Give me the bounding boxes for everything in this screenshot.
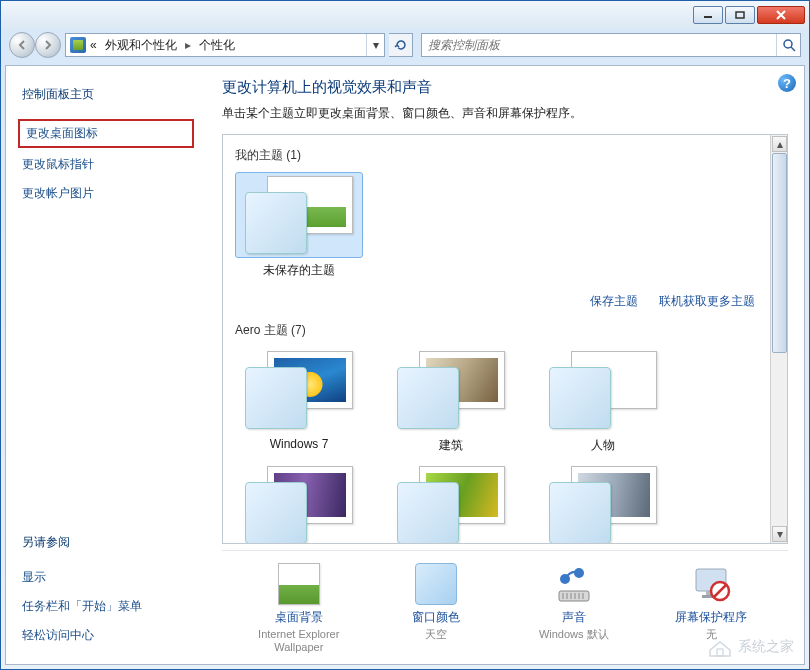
my-themes-label: 我的主题 (1): [235, 147, 763, 164]
theme-caption: 未保存的主题: [235, 262, 363, 279]
option-screensaver[interactable]: 屏幕保护程序 无: [646, 563, 776, 654]
main-content: ? 更改计算机上的视觉效果和声音 单击某个主题立即更改桌面背景、窗口颜色、声音和…: [206, 66, 804, 664]
search-box[interactable]: [421, 33, 801, 57]
minimize-button[interactable]: [693, 6, 723, 24]
theme-item-partial-2[interactable]: [387, 462, 515, 543]
sidebar-link-mouse-pointer[interactable]: 更改鼠标指针: [18, 150, 194, 179]
bottom-options-row: 桌面背景 Internet Explorer Wallpaper 窗口颜色 天空…: [222, 550, 788, 658]
option-label: 屏幕保护程序: [646, 609, 776, 626]
close-button[interactable]: [757, 6, 805, 24]
theme-item-partial-3[interactable]: [539, 462, 667, 543]
theme-caption: 人物: [539, 437, 667, 454]
option-sub: Internet Explorer Wallpaper: [234, 628, 364, 654]
breadcrumb-1[interactable]: 外观和个性化: [105, 37, 177, 54]
page-title: 更改计算机上的视觉效果和声音: [222, 78, 788, 97]
window-frame: « 外观和个性化 ▸ 个性化 ▾ 控制面板主页 更改桌面图标 更改鼠标指针 更改…: [0, 0, 810, 670]
save-theme-link[interactable]: 保存主题: [590, 294, 638, 308]
search-input[interactable]: [422, 38, 776, 52]
theme-caption: 建筑: [387, 437, 515, 454]
option-desktop-background[interactable]: 桌面背景 Internet Explorer Wallpaper: [234, 563, 364, 654]
client-area: 控制面板主页 更改桌面图标 更改鼠标指针 更改帐户图片 另请参阅 显示 任务栏和…: [5, 65, 805, 665]
sidebar-link-desktop-icons[interactable]: 更改桌面图标: [18, 119, 194, 148]
scroll-down-icon[interactable]: ▾: [772, 526, 787, 542]
titlebar: [1, 1, 809, 29]
aero-themes-label: Aero 主题 (7): [235, 322, 763, 339]
back-button[interactable]: [9, 32, 35, 58]
option-sub: 无: [646, 628, 776, 641]
svg-line-3: [791, 47, 795, 51]
forward-button[interactable]: [35, 32, 61, 58]
screensaver-icon: [690, 563, 732, 605]
theme-item-unsaved[interactable]: 未保存的主题: [235, 172, 363, 279]
scroll-thumb[interactable]: [772, 153, 787, 353]
help-icon[interactable]: ?: [778, 74, 796, 92]
sidebar-link-account-picture[interactable]: 更改帐户图片: [18, 179, 194, 208]
sounds-icon: [553, 563, 595, 605]
theme-item-architecture[interactable]: 建筑: [387, 347, 515, 454]
sidebar: 控制面板主页 更改桌面图标 更改鼠标指针 更改帐户图片 另请参阅 显示 任务栏和…: [6, 66, 206, 664]
address-dropdown-icon[interactable]: ▾: [366, 34, 384, 56]
option-label: 桌面背景: [234, 609, 364, 626]
refresh-button[interactable]: [389, 33, 413, 57]
sidebar-link-ease-of-access[interactable]: 轻松访问中心: [18, 621, 194, 650]
svg-point-2: [784, 40, 792, 48]
address-bar[interactable]: « 外观和个性化 ▸ 个性化 ▾: [65, 33, 385, 57]
navigation-bar: « 外观和个性化 ▸ 个性化 ▾: [9, 29, 801, 61]
theme-item-windows7[interactable]: Windows 7: [235, 347, 363, 454]
option-sounds[interactable]: 声音 Windows 默认: [509, 563, 639, 654]
breadcrumb-sep-icon: ▸: [185, 38, 191, 52]
see-also-heading: 另请参阅: [18, 528, 194, 557]
option-label: 声音: [509, 609, 639, 626]
option-label: 窗口颜色: [371, 609, 501, 626]
desktop-background-icon: [278, 563, 320, 605]
sidebar-link-taskbar[interactable]: 任务栏和「开始」菜单: [18, 592, 194, 621]
svg-rect-1: [736, 12, 744, 18]
scrollbar[interactable]: ▴ ▾: [770, 135, 787, 543]
scroll-up-icon[interactable]: ▴: [772, 136, 787, 152]
sidebar-link-display[interactable]: 显示: [18, 563, 194, 592]
theme-caption: Windows 7: [235, 437, 363, 451]
option-sub: Windows 默认: [509, 628, 639, 641]
window-color-icon: [415, 563, 457, 605]
option-window-color[interactable]: 窗口颜色 天空: [371, 563, 501, 654]
search-button-icon[interactable]: [776, 34, 800, 56]
breadcrumb-2[interactable]: 个性化: [199, 37, 235, 54]
theme-item-characters[interactable]: 人物: [539, 347, 667, 454]
control-panel-home-link[interactable]: 控制面板主页: [18, 80, 194, 109]
theme-item-partial-1[interactable]: [235, 462, 363, 543]
themes-panel: 我的主题 (1) 未保存的主题 保存主题 联机获取更多主题: [222, 134, 788, 544]
control-panel-icon: [70, 37, 86, 53]
get-more-themes-link[interactable]: 联机获取更多主题: [659, 294, 755, 308]
maximize-button[interactable]: [725, 6, 755, 24]
page-subtitle: 单击某个主题立即更改桌面背景、窗口颜色、声音和屏幕保护程序。: [222, 105, 788, 122]
option-sub: 天空: [371, 628, 501, 641]
breadcrumb-back: «: [90, 38, 97, 52]
